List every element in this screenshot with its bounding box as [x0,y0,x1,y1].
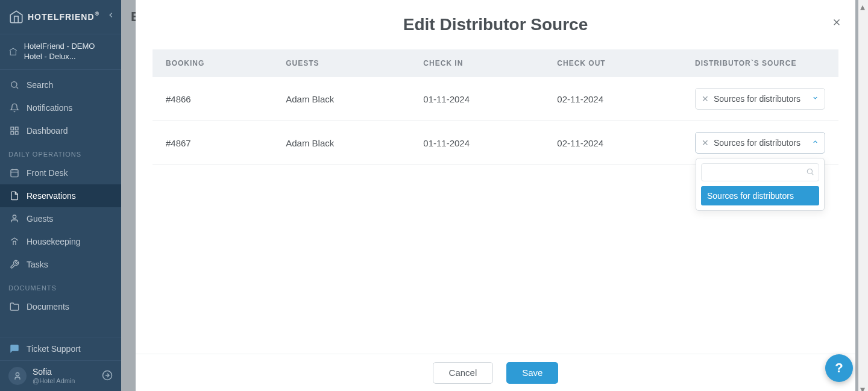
svg-point-11 [16,373,19,376]
cell-check-out: 02-11-2024 [544,121,682,165]
sidebar-item-label: Reservations [27,191,76,201]
svg-point-10 [13,215,16,218]
sidebar-footer: Ticket Support Sofia @Hotel Admin [0,337,121,391]
save-button[interactable]: Save [506,362,558,384]
svg-point-16 [807,169,812,174]
search-icon [806,167,814,178]
help-fab[interactable]: ? [825,354,853,382]
sidebar-item-label: Documents [27,302,69,311]
sidebar-item-front-desk[interactable]: Front Desk [0,161,121,184]
col-booking: BOOKING [153,49,272,77]
chat-icon [8,343,20,354]
logout-icon[interactable] [102,370,113,383]
sidebar-item-dashboard[interactable]: Dashboard [0,119,121,142]
cell-guest: Adam Black [272,77,410,121]
sidebar-item-label: Tasks [27,260,48,269]
table-row: #4867 Adam Black 01-11-2024 02-11-2024 ✕… [153,121,838,165]
modal-body: BOOKING GUESTS CHECK IN CHECK OUT DISTRI… [136,49,855,354]
svg-line-1 [16,87,18,89]
window-scrollbar[interactable]: ▴ ▾ [858,0,868,391]
sidebar-item-reservations[interactable]: Reservations [0,184,121,207]
sidebar: HOTELFRIEND ® HotelFriend - DEMO Hotel -… [0,0,121,391]
housekeeping-icon [8,237,20,246]
user-role: @Hotel Admin [33,377,102,385]
modal-title: Edit Distributor Source [403,15,588,34]
svg-rect-5 [11,131,14,134]
sidebar-user[interactable]: Sofia @Hotel Admin [0,360,121,391]
cell-check-in: 01-11-2024 [410,77,544,121]
brand-icon [8,9,24,25]
col-check-out: CHECK OUT [544,49,682,77]
sidebar-section-daily-ops: DAILY OPERATIONS [0,142,121,161]
brand-text: HOTELFRIEND [28,12,95,22]
clear-icon[interactable]: ✕ [702,139,709,147]
select-value: Sources for distributors [714,94,812,104]
cancel-button[interactable]: Cancel [433,362,494,384]
sidebar-item-housekeeping[interactable]: Housekeeping [0,230,121,253]
bell-icon [8,103,20,113]
hotel-name: HotelFriend - DEMO Hotel - Delux... [24,42,113,62]
brand-logo[interactable]: HOTELFRIEND ® [8,9,99,25]
clear-icon[interactable]: ✕ [702,95,709,103]
cell-check-in: 01-11-2024 [410,121,544,165]
sidebar-nav: Search Notifications Dashboard DAILY OPE… [0,70,121,337]
modal-footer: Cancel Save [136,354,855,391]
collapse-sidebar-icon[interactable] [107,11,115,21]
select-value: Sources for distributors [714,138,812,148]
sidebar-section-documents: DOCUMENTS [0,276,121,295]
scroll-down-icon[interactable]: ▾ [860,384,866,390]
cell-booking: #4866 [153,77,272,121]
sidebar-item-ticket-support[interactable]: Ticket Support [0,337,121,360]
chevron-down-icon [812,95,819,103]
user-name: Sofia [33,367,102,377]
distributor-source-select[interactable]: ✕ Sources for distributors [695,132,825,154]
tasks-icon [8,260,20,269]
scroll-up-icon[interactable]: ▴ [860,1,866,7]
user-meta: Sofia @Hotel Admin [33,367,102,385]
edit-distributor-modal: Edit Distributor Source BOOKING GUESTS C… [136,0,855,391]
col-guests: GUESTS [272,49,410,77]
distributor-source-select[interactable]: ✕ Sources for distributors [695,88,825,110]
sidebar-item-search[interactable]: Search [0,74,121,96]
search-icon [8,80,20,90]
hotel-selector[interactable]: HotelFriend - DEMO Hotel - Delux... [0,34,121,70]
col-dist-source: DISTRIBUTOR`S SOURCE [682,49,838,77]
sidebar-item-label: Housekeeping [27,237,81,246]
col-check-in: CHECK IN [410,49,544,77]
svg-rect-3 [15,127,18,130]
table-row: #4866 Adam Black 01-11-2024 02-11-2024 ✕… [153,77,838,121]
sidebar-item-label: Guests [27,214,53,224]
front-desk-icon [8,168,20,178]
sidebar-item-label: Search [27,80,53,90]
svg-rect-4 [15,131,18,134]
svg-line-17 [812,174,814,175]
sidebar-item-documents[interactable]: Documents [0,295,121,318]
reservations-icon [8,191,20,201]
select-dropdown: Sources for distributors [696,158,825,211]
guests-icon [8,214,20,224]
sidebar-item-label: Notifications [27,103,72,113]
svg-rect-6 [11,169,18,177]
brand-reg-mark: ® [95,11,100,17]
svg-rect-2 [11,127,14,130]
hotel-icon [8,45,18,58]
svg-point-0 [11,81,17,87]
cell-guest: Adam Black [272,121,410,165]
modal-header: Edit Distributor Source [136,0,855,49]
bookings-table: BOOKING GUESTS CHECK IN CHECK OUT DISTRI… [153,49,838,165]
dropdown-search-input[interactable] [701,163,819,181]
sidebar-item-label: Front Desk [27,168,68,178]
avatar [8,367,27,385]
sidebar-header: HOTELFRIEND ® [0,0,121,34]
cell-booking: #4867 [153,121,272,165]
sidebar-item-tasks[interactable]: Tasks [0,253,121,276]
sidebar-item-label: Ticket Support [27,344,81,354]
sidebar-item-label: Dashboard [27,126,68,136]
close-icon[interactable] [831,17,842,30]
folder-icon [8,302,20,311]
dashboard-icon [8,126,20,136]
sidebar-item-notifications[interactable]: Notifications [0,96,121,119]
cell-check-out: 02-11-2024 [544,77,682,121]
sidebar-item-guests[interactable]: Guests [0,207,121,230]
dropdown-option[interactable]: Sources for distributors [701,186,819,205]
